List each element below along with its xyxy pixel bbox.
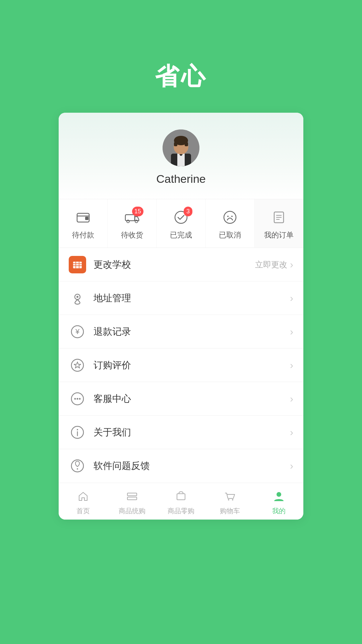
app-title: 省心 — [155, 60, 207, 93]
yuan-icon: ¥ — [69, 323, 86, 340]
chevron-right-icon-review: › — [290, 360, 293, 371]
nav-item-retail[interactable]: 商品零购 — [157, 483, 205, 520]
chevron-right-icon-feedback: › — [290, 460, 293, 472]
tab-completed-badge: 3 — [184, 207, 192, 216]
svg-point-38 — [77, 429, 78, 430]
chevron-right-icon-service: › — [290, 393, 293, 405]
tab-cancelled[interactable]: 已取消 — [206, 199, 255, 248]
profile-header: Catherine — [59, 113, 303, 199]
svg-rect-6 — [174, 142, 177, 146]
retail-icon — [174, 489, 188, 504]
cancel-icon — [223, 210, 237, 225]
menu-item-address[interactable]: 地址管理 › — [59, 281, 303, 315]
svg-point-15 — [224, 211, 236, 223]
location-icon — [69, 289, 86, 307]
menu-item-review[interactable]: 订购评价 › — [59, 348, 303, 382]
tab-pending-delivery[interactable]: 15 待收货 — [108, 199, 157, 248]
mine-icon — [272, 489, 286, 504]
nav-item-bulk[interactable]: 商品统购 — [108, 483, 157, 520]
svg-point-28 — [76, 296, 78, 298]
tab-pending-payment-label: 待付款 — [72, 230, 94, 240]
tab-my-orders-label: 我的订单 — [264, 230, 294, 240]
wallet-icon — [76, 210, 90, 225]
order-tabs-container: 待付款 15 待收货 3 已完成 — [59, 199, 303, 248]
svg-point-16 — [227, 216, 229, 217]
chevron-right-icon-school: › — [290, 259, 293, 270]
svg-point-35 — [79, 398, 81, 399]
svg-point-33 — [74, 398, 76, 399]
feedback-icon — [69, 457, 86, 475]
svg-point-39 — [71, 460, 83, 472]
nav-item-home-label: 首页 — [76, 506, 90, 516]
svg-point-44 — [228, 499, 229, 500]
tab-pending-delivery-badge: 15 — [132, 207, 143, 216]
svg-rect-42 — [127, 497, 137, 500]
nav-item-cart-label: 购物车 — [220, 506, 240, 516]
nav-item-bulk-label: 商品统购 — [119, 506, 145, 516]
svg-rect-9 — [85, 217, 88, 220]
cart-icon — [223, 489, 237, 504]
menu-item-about-label: 关于我们 — [94, 426, 290, 439]
menu-item-customer-service[interactable]: 客服中心 › — [59, 382, 303, 416]
menu-item-change-school-label: 更改学校 — [94, 258, 255, 271]
star-icon — [69, 357, 86, 374]
nav-item-cart[interactable]: 购物车 — [205, 483, 254, 520]
svg-rect-43 — [177, 494, 185, 500]
svg-point-34 — [77, 398, 78, 399]
menu-item-refund[interactable]: ¥ 退款记录 › — [59, 315, 303, 348]
svg-rect-22 — [73, 262, 82, 268]
nav-item-mine[interactable]: 我的 — [254, 483, 303, 520]
svg-rect-7 — [185, 142, 188, 146]
chevron-right-icon-about: › — [290, 427, 293, 438]
list-icon — [272, 210, 286, 225]
tab-completed-label: 已完成 — [170, 230, 192, 240]
menu-item-address-label: 地址管理 — [94, 292, 290, 305]
menu-item-change-school-action: 立即更改 — [255, 259, 287, 270]
chat-icon — [69, 390, 86, 408]
tab-completed[interactable]: 3 已完成 — [157, 199, 205, 248]
menu-item-customer-service-label: 客服中心 — [94, 392, 290, 405]
chevron-right-icon-address: › — [290, 292, 293, 304]
nav-item-retail-label: 商品零购 — [168, 506, 194, 516]
chevron-right-icon-refund: › — [290, 326, 293, 337]
svg-point-31 — [71, 359, 83, 371]
svg-point-46 — [277, 492, 281, 497]
home-icon — [76, 489, 90, 504]
menu-item-about[interactable]: 关于我们 › — [59, 416, 303, 449]
svg-point-45 — [232, 499, 233, 500]
svg-rect-11 — [125, 215, 135, 221]
nav-item-home[interactable]: 首页 — [59, 483, 108, 520]
menu-item-review-label: 订购评价 — [94, 359, 290, 372]
tab-my-orders[interactable]: 我的订单 — [255, 199, 303, 248]
menu-item-feedback-label: 软件问题反馈 — [94, 460, 290, 472]
svg-text:¥: ¥ — [75, 327, 80, 336]
menu-list: 更改学校 立即更改 › 地址管理 › — [59, 248, 303, 483]
avatar[interactable] — [163, 129, 199, 166]
svg-point-17 — [231, 216, 233, 217]
info-icon — [69, 424, 86, 441]
menu-item-change-school[interactable]: 更改学校 立即更改 › — [59, 248, 303, 281]
school-icon — [69, 256, 86, 273]
bulk-purchase-icon — [125, 489, 139, 504]
profile-username: Catherine — [156, 172, 205, 185]
menu-item-feedback[interactable]: 软件问题反馈 › — [59, 449, 303, 483]
tab-cancelled-label: 已取消 — [219, 230, 241, 240]
svg-rect-41 — [127, 493, 137, 496]
tab-pending-delivery-label: 待收货 — [121, 230, 143, 240]
menu-item-refund-label: 退款记录 — [94, 325, 290, 338]
svg-point-40 — [77, 468, 78, 470]
bottom-nav: 首页 商品统购 商品零购 — [59, 483, 303, 520]
main-card: Catherine 待付款 15 — [59, 113, 303, 520]
tab-pending-payment[interactable]: 待付款 — [59, 199, 108, 248]
nav-item-mine-label: 我的 — [272, 506, 286, 516]
